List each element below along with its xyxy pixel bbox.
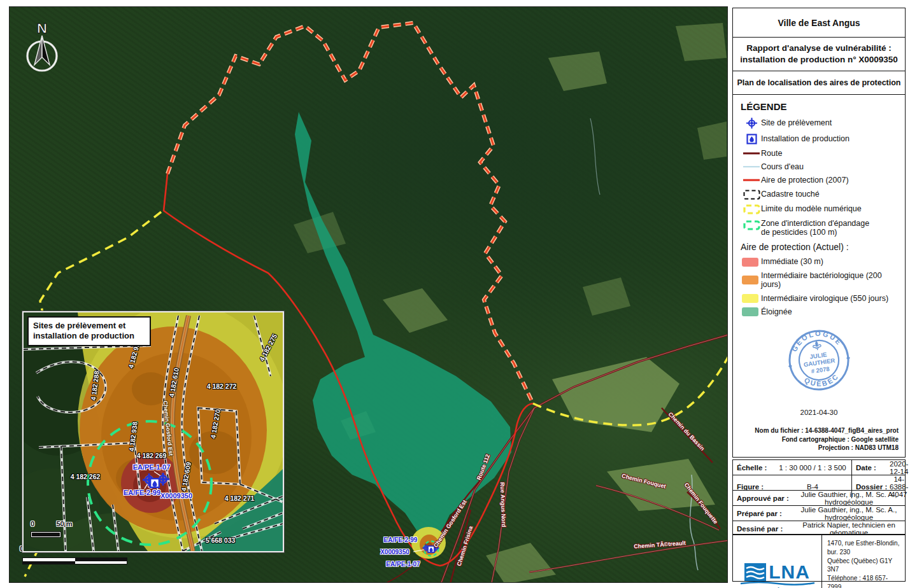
north-letter: N	[37, 20, 47, 36]
stamp-star	[788, 364, 792, 368]
north-arrow: N	[20, 17, 64, 77]
inset-map: 4 182 937 4 182 288 4 182 610 4 182 272 …	[24, 312, 283, 551]
lna-swoosh	[739, 581, 816, 585]
stamp-date: 2021-04-30	[739, 409, 899, 416]
table-row: Figure : B-4 Dossier : 14-6388-4047	[733, 475, 905, 491]
stream-line-icon	[742, 164, 761, 169]
immediate-swatch	[742, 258, 758, 267]
site-label-pe: EA/PE-1-07	[386, 561, 420, 568]
stream	[590, 118, 600, 195]
eloignee-swatch	[742, 307, 758, 316]
address-line: Québec (Québec) G1Y 3N7	[827, 557, 900, 575]
lot-label: 4 182 271	[225, 494, 255, 502]
legend-item-zone-pesticides: Zone d'interdiction d'épandagede pestici…	[742, 219, 899, 237]
date-value: 2020-12-14	[890, 460, 908, 475]
stamp-star	[846, 356, 851, 360]
date-label: Date :	[852, 464, 876, 472]
scalebar-bar	[31, 532, 60, 537]
legend-label: Éloignée	[761, 307, 792, 316]
company-address: 1470, rue Esther-Blondin, bur. 230 Québe…	[822, 535, 905, 588]
site-label-fe: EA/FE-2-99	[384, 536, 418, 543]
subtitle-line2: installation de production n° X0009350	[740, 54, 898, 66]
production-installation-icon	[742, 134, 761, 144]
figure-label: Figure :	[733, 483, 774, 491]
legend-label: Site de prélèvement	[761, 118, 832, 127]
legend-label: Intermédiaire virologique (550 jours)	[761, 294, 888, 303]
legend-label: Aire de protection (2007)	[761, 176, 849, 185]
geologist-stamp: GÉOLOGUE QUÉBEC JULIE GAUTHIER # 2078 20…	[739, 321, 899, 416]
projection: Projection : NAD83 UTM18	[739, 444, 899, 452]
fleur-de-lis-icon	[813, 341, 821, 351]
legend-label: Route	[761, 149, 782, 158]
company-name: LNA	[769, 563, 810, 580]
file-info: Nom du fichier : 14-6388-4047_figB4_aire…	[739, 426, 899, 452]
legend-label: Zone d'interdiction d'épandagede pestici…	[761, 219, 869, 237]
city-title: Ville de East Angus	[778, 18, 860, 28]
legend-item-aire-2007: Aire de protection (2007)	[742, 176, 899, 185]
site-label-x: X0009350	[380, 549, 409, 556]
sampling-site-icon	[742, 117, 761, 129]
pesticide-zone-dashed-icon	[742, 220, 761, 230]
legend-label: Cours d'eau	[761, 162, 804, 171]
company-logo: LNA HYDROGÉOLOGIE ENVIRONNEMENT	[733, 535, 822, 588]
file-name: Nom du fichier : 14-6388-4047_figB4_aire…	[739, 426, 899, 435]
legend-item-bacteriologique: Intermédiaire bactériologique (200 jours…	[742, 271, 899, 290]
legend-label: Intermédiaire bactériologique (200 jours…	[761, 271, 899, 290]
production-installation-marker	[428, 546, 434, 552]
table-row: Approuvé par : Julie Gauthier, ing., M. …	[733, 491, 905, 506]
legend-label: Cadastre touché	[761, 190, 820, 199]
report-subtitle-box: Rapport d'analyse de vulnérabilité : ins…	[732, 37, 906, 72]
route-line-icon	[742, 151, 761, 156]
table-row: Préparé par : Julie Gauthier, ing., M. S…	[733, 506, 905, 521]
echelle-label: Échelle :	[733, 464, 774, 472]
inset-title-line1: Sites de prélèvement et	[33, 321, 145, 331]
legend-item-limite-modele: Limite du modèle numérique	[742, 204, 899, 214]
legend-item-cours-eau: Cours d'eau	[742, 162, 899, 171]
site-label-fe: EA/FE-2-99	[124, 489, 160, 496]
scalebar-bar	[22, 557, 127, 564]
address-line: 1470, rue Esther-Blondin, bur. 230	[827, 539, 900, 557]
scalebar-tick: 50 m	[56, 520, 72, 528]
legend-item-installation: Installation de production	[742, 134, 899, 144]
address-line: Téléphone : 418 657-7999	[827, 574, 900, 588]
protection-2007-line-icon	[742, 178, 761, 183]
production-installation-marker	[150, 479, 159, 487]
cadastre-dashed-icon	[742, 190, 761, 200]
lna-waves-icon	[744, 563, 766, 581]
legend-item-site: Site de prélèvement	[742, 117, 899, 129]
report-title-box: Ville de East Angus	[732, 8, 906, 38]
lot-label: 4 182 272	[207, 382, 237, 390]
legend-item-eloignee: Éloignée	[742, 307, 899, 316]
approuve-label: Approuvé par :	[733, 494, 793, 502]
legend-item-immediate: Immédiate (30 m)	[742, 257, 899, 266]
lot-label: 4 182 269	[137, 452, 167, 459]
inset-title: Sites de prélèvement et installation de …	[27, 316, 151, 346]
subtitle-line1: Rapport d'analyse de vulnérabilité :	[746, 43, 892, 54]
table-row: Échelle : 1 : 30 000 / 1 : 3 500 Date : …	[733, 460, 905, 475]
main-map: N Chemin Gosford Est Chemin Frisina Rue …	[9, 6, 728, 583]
map-report-page: N Chemin Gosford Est Chemin Frisina Rue …	[0, 0, 910, 588]
company-box: LNA HYDROGÉOLOGIE ENVIRONNEMENT 1470, ru…	[732, 535, 906, 582]
legend-box: LÉGENDE Site de prélèvement Installation…	[732, 94, 906, 458]
lot-label: 5 668 033	[206, 536, 236, 544]
lot-label: 4 182 262	[71, 473, 101, 480]
inset-graphics	[24, 312, 283, 551]
approuve-value: Julie Gauthier, ing., M. Sc. A., hydrogé…	[793, 491, 905, 506]
dossier-label: Dossier :	[852, 483, 887, 491]
bacteriologique-swatch	[742, 276, 758, 284]
table-row: Dessiné par : Patrick Napier, technicien…	[733, 521, 905, 536]
prepare-label: Préparé par :	[733, 510, 793, 517]
legend-label: Immédiate (30 m)	[761, 257, 823, 266]
legend-label: Installation de production	[761, 134, 850, 143]
dessine-label: Dessiné par :	[733, 525, 793, 533]
figure-value: B-4	[774, 483, 851, 491]
inset-scalebar: 0 50 m	[27, 519, 104, 542]
info-table: Échelle : 1 : 30 000 / 1 : 3 500 Date : …	[732, 459, 906, 535]
basemap-credit: Fond cartographique : Google satellite	[739, 435, 899, 444]
legend-item-route: Route	[742, 149, 899, 158]
plan-title: Plan de localisation des aires de protec…	[737, 78, 900, 87]
legend-item-cadastre: Cadastre touché	[742, 190, 899, 200]
virologique-swatch	[742, 294, 758, 303]
aire-actuel-heading: Aire de protection (Actuel) :	[741, 242, 899, 252]
legend-label: Limite du modèle numérique	[761, 204, 862, 213]
